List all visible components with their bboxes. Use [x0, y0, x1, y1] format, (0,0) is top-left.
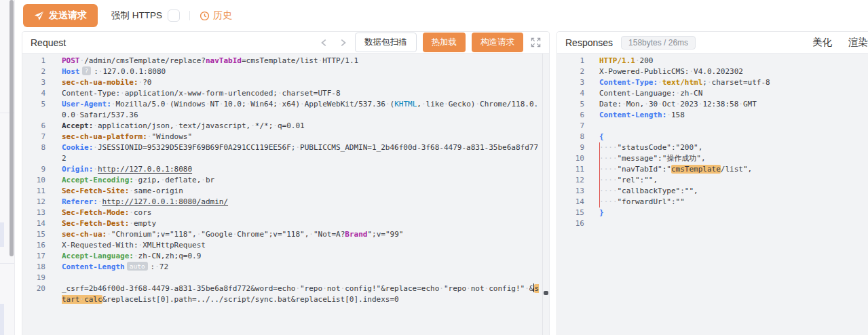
clock-icon [200, 11, 210, 21]
toolbar-divider [189, 11, 190, 20]
code-line: 4Content-Language:·zh-CN [557, 88, 868, 99]
response-meta-badge: 158bytes / 26ms [621, 36, 696, 50]
line-number: 1 [557, 56, 584, 66]
code-line: 5User-Agent:·Mozilla/5.0·(Windows·NT·10.… [22, 99, 549, 121]
line-number: 8 [557, 132, 584, 142]
response-panel: Responses 158bytes / 26ms 美化 渲染 1HTTP/1.… [556, 31, 868, 335]
expand-button[interactable] [529, 37, 541, 47]
line-number: 14 [557, 197, 584, 208]
line-number: 18 [22, 262, 45, 273]
code-line: 9····"statusCode":"200", [557, 142, 868, 153]
response-panel-title: Responses [565, 37, 613, 48]
code-line: 9Origin:·http://127.0.0.1:8080 [22, 164, 549, 175]
code-line: 2X-Powered-PublicCMS:·V4.0.202302 [557, 66, 868, 77]
line-number: 12 [22, 197, 45, 208]
next-request-button[interactable] [337, 38, 349, 47]
line-number: 2 [22, 66, 45, 77]
line-number: 5 [22, 99, 45, 121]
code-line: 18Content-Lengthauto:·72 [22, 262, 549, 273]
code-line: 7 [557, 121, 868, 132]
code-line: 3sec-ch-ua-mobile:·?0 [22, 77, 549, 88]
line-number: 3 [557, 77, 584, 88]
line-number: 13 [557, 186, 584, 197]
response-panel-header: Responses 158bytes / 26ms 美化 渲染 [557, 32, 868, 54]
line-number: 9 [22, 164, 45, 175]
line-number: 11 [557, 164, 584, 175]
request-panel-header: Request 数据包扫描 热加载 构造请求 [22, 32, 549, 54]
line-number: 3 [22, 77, 45, 88]
sidebar-item-edge [0, 222, 4, 247]
line-number: 6 [22, 121, 45, 132]
beautify-button[interactable]: 美化 [812, 36, 832, 49]
line-number: 15 [557, 208, 584, 218]
code-line: 11Sec-Fetch-Site:·same-origin [22, 186, 549, 197]
code-line: 13····"callbackType":"", [557, 186, 868, 197]
line-number: 4 [22, 88, 45, 99]
code-line: 2Host?:·127.0.0.1:8080 [22, 66, 549, 77]
code-line: 15} [557, 208, 868, 218]
force-https-toggle[interactable] [168, 9, 180, 22]
code-line: 15sec-ch-ua:·"Chromium";v="118",·"Google… [22, 229, 549, 240]
code-line: 1HTTP/1.1·200 [557, 56, 868, 66]
request-scrollbar[interactable] [542, 54, 549, 335]
code-line: 16X-Requested-With:·XMLHttpRequest [22, 240, 549, 251]
code-line: 19 [22, 273, 549, 283]
packet-scan-button[interactable]: 数据包扫描 [355, 33, 417, 52]
hot-reload-button[interactable]: 热加载 [423, 33, 466, 52]
code-line: 12Referer:·http://127.0.0.1:8080/admin/ [22, 197, 549, 208]
request-editor[interactable]: 1POST·/admin/cmsTemplate/replace?navTabI… [22, 54, 549, 305]
code-line: 10Accept-Encoding:·gzip,·deflate,·br [22, 175, 549, 186]
line-number: 19 [22, 273, 45, 283]
code-line: 7sec-ch-ua-platform:·"Windows" [22, 132, 549, 142]
line-number: 9 [557, 142, 584, 153]
line-number: 8 [22, 142, 45, 164]
chevron-left-icon [320, 38, 329, 47]
history-label: 历史 [213, 9, 232, 22]
line-number: 1 [22, 56, 45, 66]
line-number: 12 [557, 175, 584, 186]
line-number: 11 [22, 186, 45, 197]
line-number: 4 [557, 88, 584, 99]
send-request-label: 发送请求 [49, 9, 87, 22]
code-line: 14Sec-Fetch-Dest:·empty [22, 218, 549, 229]
line-number: 20 [22, 283, 45, 305]
line-number: 5 [557, 99, 584, 110]
code-line: 10····"message":"操作成功", [557, 153, 868, 164]
code-line: 4Content-Type:·application/x-www-form-ur… [22, 88, 549, 99]
expand-icon [531, 37, 541, 47]
line-number: 7 [557, 121, 584, 132]
code-line: 6Accept:·application/json,·text/javascri… [22, 121, 549, 132]
line-number: 10 [22, 175, 45, 186]
build-request-button[interactable]: 构造请求 [472, 33, 523, 52]
force-https-label: 强制 HTTPS [111, 9, 162, 22]
prev-request-button[interactable] [318, 38, 331, 47]
code-line: 17Accept-Language:·zh-CN,zh;q=0.9 [22, 251, 549, 262]
code-line: 13Sec-Fetch-Mode:·cors [22, 208, 549, 218]
line-number: 15 [22, 229, 45, 240]
send-icon [34, 11, 44, 21]
sidebar-scrollbar-thumb[interactable] [10, 0, 14, 256]
line-number: 7 [22, 132, 45, 142]
send-request-button[interactable]: 发送请求 [23, 4, 98, 27]
code-line: 14····"forwardUrl":"" [557, 197, 868, 208]
code-line: 8Cookie:·JSESSIONID=95329D5E39F69B69F0A2… [22, 142, 549, 164]
code-line: 6Content-Length:·158 [557, 110, 868, 121]
history-button[interactable]: 历史 [200, 9, 232, 22]
request-panel: Request 数据包扫描 热加载 构造请求 [22, 31, 550, 335]
code-line: 3Content-Type:·text/html;·charset=utf-8 [557, 77, 868, 88]
code-line: 20_csrf=2b46f00d-3f68-4479-a831-35be6a8f… [22, 283, 549, 305]
sidebar-item-edge [0, 304, 4, 335]
left-sidebar-strip [0, 0, 15, 335]
line-number: 10 [557, 153, 584, 164]
line-number: 16 [557, 218, 584, 229]
code-line: 16 [557, 218, 868, 229]
sidebar-divider [0, 263, 14, 264]
line-number: 17 [22, 251, 45, 262]
toolbar: 发送请求 强制 HTTPS 历史 [22, 0, 868, 31]
request-panel-title: Request [31, 37, 66, 48]
render-button[interactable]: 渲染 [848, 36, 868, 49]
chevron-right-icon [338, 38, 347, 47]
code-line: 11····"navTabId":"cmsTemplate/list", [557, 164, 868, 175]
request-scrollbar-thumb[interactable] [544, 291, 548, 295]
line-number: 16 [22, 240, 45, 251]
